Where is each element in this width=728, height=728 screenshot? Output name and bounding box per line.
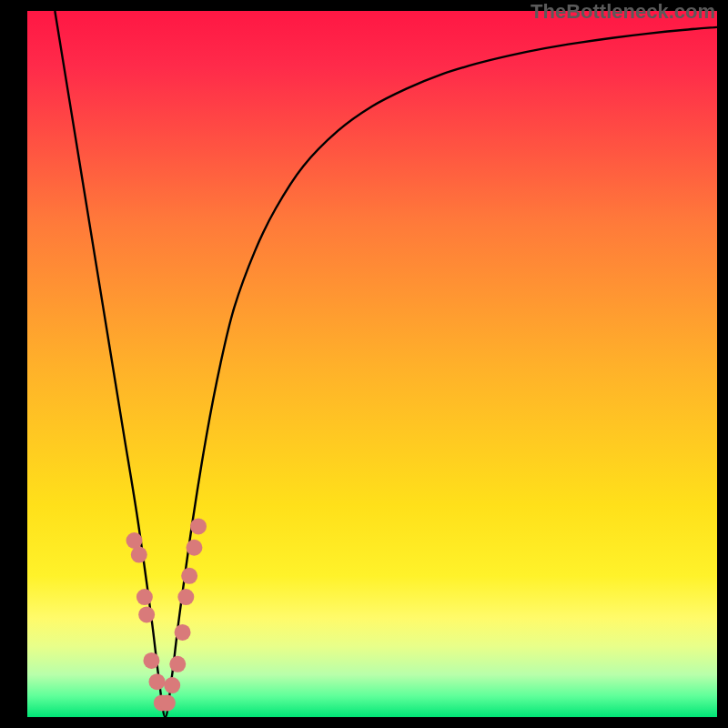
data-marker bbox=[149, 673, 166, 690]
watermark-text: TheBottleneck.com bbox=[531, 0, 715, 24]
bottleneck-chart bbox=[27, 11, 717, 717]
data-marker bbox=[181, 568, 197, 584]
data-marker bbox=[186, 540, 202, 556]
data-marker bbox=[131, 547, 147, 563]
chart-container bbox=[27, 11, 717, 717]
data-marker bbox=[169, 656, 186, 672]
data-marker bbox=[143, 652, 159, 669]
data-marker bbox=[175, 624, 191, 641]
data-marker bbox=[138, 606, 155, 622]
data-marker bbox=[164, 677, 180, 693]
data-marker bbox=[159, 694, 176, 711]
data-marker bbox=[136, 589, 153, 605]
gradient-background bbox=[27, 11, 717, 717]
data-marker bbox=[190, 518, 207, 534]
data-marker bbox=[126, 532, 142, 549]
data-marker bbox=[177, 589, 194, 605]
